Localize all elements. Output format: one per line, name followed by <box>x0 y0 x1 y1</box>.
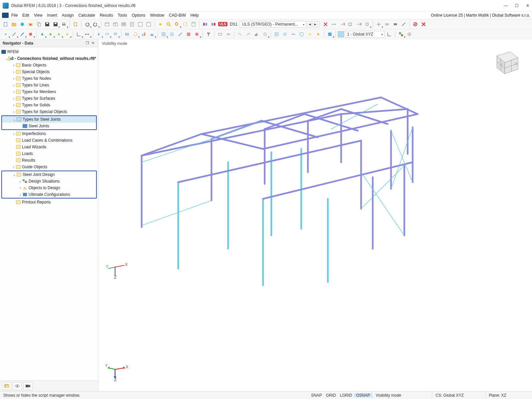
menu-file[interactable]: File <box>11 13 18 18</box>
dim-a-icon[interactable] <box>330 21 337 28</box>
mesh-3-icon[interactable] <box>177 31 184 38</box>
save-icon[interactable] <box>44 21 51 28</box>
support-1-icon[interactable] <box>39 31 46 38</box>
new-file-icon[interactable] <box>2 21 9 28</box>
report-icon[interactable] <box>128 21 136 28</box>
tool-x1-icon[interactable] <box>383 21 391 28</box>
view-icon-1[interactable] <box>216 31 224 38</box>
tree-design-situations[interactable]: › Design Situations <box>2 178 96 185</box>
tree-item[interactable]: Load Cases & Combinations <box>0 137 98 144</box>
surface-add-icon[interactable] <box>27 31 34 38</box>
nav-tab-video[interactable] <box>23 382 33 390</box>
osnap-toggle[interactable]: OSNAP <box>354 393 372 398</box>
menu-calculate[interactable]: Calculate <box>78 13 95 18</box>
close-button[interactable]: ✕ <box>526 3 529 8</box>
tree-root[interactable]: RFEM <box>0 49 98 55</box>
menu-view[interactable]: View <box>34 13 43 18</box>
axis-icon[interactable] <box>386 31 393 38</box>
tree-item[interactable]: ›Types for Members <box>0 88 98 95</box>
close-file-icon[interactable] <box>27 21 34 28</box>
fe-2-icon[interactable] <box>193 31 200 38</box>
spreadsheet-icon[interactable] <box>137 21 144 28</box>
navigator-dock-icon[interactable]: ❐ <box>85 41 90 46</box>
graph-4-icon[interactable] <box>261 31 269 38</box>
load-2-icon[interactable] <box>103 31 111 38</box>
tree-item[interactable]: ›Imperfections <box>0 130 98 137</box>
paste-icon[interactable] <box>72 21 79 28</box>
load-1-icon[interactable] <box>95 31 102 38</box>
support-4-icon[interactable] <box>64 31 71 38</box>
move-icon[interactable] <box>375 21 382 28</box>
tree-file[interactable]: ⌄ ▣ 3 - Connections finished_without res… <box>0 55 98 62</box>
tree-steel-joints[interactable]: Steel Joints <box>2 123 96 129</box>
menu-assign[interactable]: Assign <box>62 13 74 18</box>
dim-b-icon[interactable]: x <box>338 21 346 28</box>
anim-icon[interactable] <box>273 31 280 38</box>
tree-item[interactable]: ›Basic Objects <box>0 62 98 68</box>
cs-combo[interactable]: 1 - Global XYZ <box>345 31 385 38</box>
selection-icon[interactable] <box>182 21 189 28</box>
minimize-button[interactable]: — <box>504 3 508 8</box>
graph-1-icon[interactable] <box>236 31 244 38</box>
expander-icon[interactable]: ⌄ <box>5 57 8 61</box>
copy-icon[interactable] <box>35 21 43 28</box>
calculator-icon[interactable] <box>190 21 197 28</box>
clip-icon[interactable] <box>281 31 289 38</box>
navigator-close-icon[interactable]: ✕ <box>90 41 95 46</box>
menu-results[interactable]: Results <box>100 13 113 18</box>
menu-window[interactable]: Window <box>150 13 164 18</box>
nav-tab-script[interactable] <box>2 382 11 390</box>
grid-toggle[interactable]: GRID <box>324 393 338 398</box>
graph-2-icon[interactable] <box>245 31 252 38</box>
dim-e-icon[interactable] <box>363 21 371 28</box>
nav-tab-views[interactable] <box>13 382 22 390</box>
node-add-icon[interactable] <box>2 31 9 38</box>
mesh-1-icon[interactable] <box>160 31 167 38</box>
prev-button[interactable]: ◀ <box>307 21 312 27</box>
undo-icon[interactable] <box>83 21 91 28</box>
tree-item[interactable]: Loads <box>0 150 98 157</box>
zoom-icon[interactable] <box>173 21 181 28</box>
menu-tools[interactable]: Tools <box>118 13 127 18</box>
menu-cad-bim[interactable]: CAD-BIM <box>169 13 186 18</box>
mirror-icon[interactable] <box>123 31 131 38</box>
dim-tool-icon[interactable] <box>83 31 91 38</box>
member-add-icon[interactable] <box>19 31 26 38</box>
tree-item[interactable]: ›Types for Surfaces <box>0 95 98 102</box>
tool-x2-icon[interactable] <box>392 21 399 28</box>
next-button[interactable]: ▶ <box>313 21 318 27</box>
viewport-3d[interactable]: Visibility mode <box>98 39 532 391</box>
magnify-icon[interactable] <box>165 21 172 28</box>
dim-c-icon[interactable] <box>347 21 354 28</box>
settings-icon[interactable] <box>406 31 413 38</box>
node-tool-icon[interactable] <box>157 21 164 28</box>
support-2-icon[interactable] <box>47 31 54 38</box>
tree-objects-to-design[interactable]: › Objects to Design <box>2 185 96 191</box>
maximize-button[interactable]: ☐ <box>515 3 519 8</box>
section-icon[interactable] <box>290 31 297 38</box>
render-icon[interactable] <box>326 31 333 38</box>
snap-toggle[interactable]: SNAP <box>309 393 324 398</box>
scale-icon[interactable] <box>140 31 147 38</box>
tree-item[interactable]: ›Types for Solids <box>0 102 98 108</box>
tree-ultimate-config[interactable]: › Ultimate Configurations <box>2 191 96 198</box>
tree-item[interactable]: ›Types for Nodes <box>0 75 98 82</box>
tree-item[interactable]: Load Wizards <box>0 144 98 150</box>
table-1-icon[interactable] <box>103 21 111 28</box>
tree-item[interactable]: ›Types for Special Objects <box>0 108 98 115</box>
tree-item[interactable]: Results <box>0 157 98 164</box>
tree-item[interactable]: ›Guide Objects <box>0 164 98 170</box>
panel-icon[interactable] <box>145 21 152 28</box>
tree-types-steel-joints[interactable]: ⌄ Types for Steel Joints <box>2 116 96 123</box>
open-file-icon[interactable] <box>10 21 18 28</box>
tree-printout-reports[interactable]: Printout Reports <box>0 199 98 205</box>
iso-icon[interactable] <box>298 31 305 38</box>
load-combo[interactable]: ULS (STR/GEO) - Permanent... <box>240 21 306 28</box>
menu-insert[interactable]: Insert <box>47 13 57 18</box>
view-icon-2[interactable] <box>225 31 232 38</box>
light2-icon[interactable] <box>315 31 322 38</box>
red-x-icon[interactable] <box>322 21 329 28</box>
extrude-icon[interactable] <box>148 31 156 38</box>
dim-d-icon[interactable]: x <box>355 21 362 28</box>
print-icon[interactable] <box>60 21 67 28</box>
